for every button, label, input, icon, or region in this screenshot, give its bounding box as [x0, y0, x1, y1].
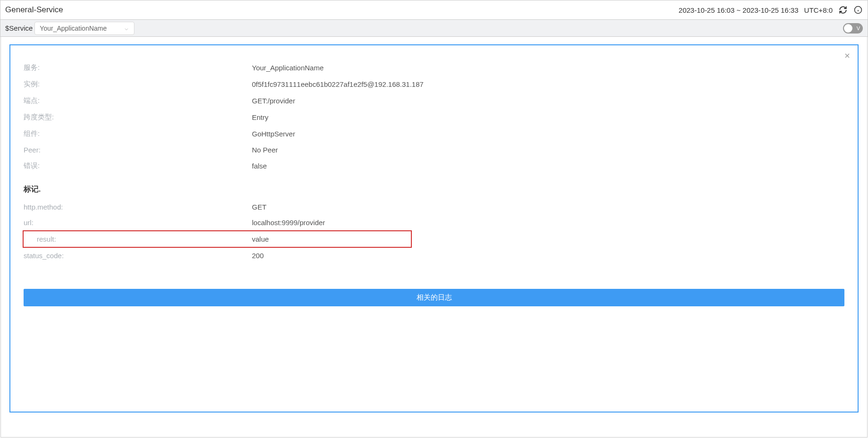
tag-value: value	[252, 235, 411, 243]
content-scroll-area[interactable]: 服务:Your_ApplicationName实例:0f5f1fc9731111…	[0, 37, 868, 438]
tag-value: localhost:9999/provider	[252, 219, 858, 227]
service-selector-group: $Service Your_ApplicationName	[5, 22, 134, 35]
detail-value: Entry	[252, 113, 858, 121]
info-icon[interactable]	[853, 5, 863, 15]
span-detail-panel: 服务:Your_ApplicationName实例:0f5f1fc9731111…	[9, 44, 859, 413]
tag-label: url:	[10, 219, 252, 227]
tag-row: status_code:200	[10, 248, 858, 263]
view-toggle-switch[interactable]: V	[843, 23, 863, 34]
tag-label: result:	[24, 235, 252, 243]
detail-row: Peer:No Peer	[10, 142, 858, 158]
detail-row: 端点:GET:/provider	[10, 93, 858, 109]
tag-row-highlighted: result:value	[23, 230, 412, 248]
detail-row: 跨度类型:Entry	[10, 109, 858, 126]
close-icon[interactable]	[843, 51, 852, 60]
detail-label: 服务:	[10, 63, 252, 72]
page-title: General-Service	[5, 5, 63, 15]
detail-row: 组件:GoHttpServer	[10, 126, 858, 142]
tags-section-header: 标记.	[10, 174, 858, 199]
service-dropdown[interactable]: Your_ApplicationName	[34, 22, 134, 35]
detail-label: 错误:	[10, 161, 252, 170]
detail-label: 实例:	[10, 80, 252, 89]
detail-value: Your_ApplicationName	[252, 64, 858, 72]
detail-row: 错误:false	[10, 158, 858, 174]
time-range-display[interactable]: 2023-10-25 16:03 ~ 2023-10-25 16:33	[679, 6, 799, 14]
tag-row: http.method:GET	[10, 199, 858, 215]
tag-label: http.method:	[10, 203, 252, 211]
service-var-label: $Service	[5, 24, 33, 32]
detail-value: false	[252, 162, 858, 170]
detail-value: GET:/provider	[252, 97, 858, 105]
chevron-down-icon	[124, 25, 129, 31]
tag-label: status_code:	[10, 252, 252, 260]
detail-label: Peer:	[10, 146, 252, 154]
service-dropdown-value: Your_ApplicationName	[40, 25, 107, 32]
toggle-knob	[844, 24, 852, 33]
related-logs-button[interactable]: 相关的日志	[24, 289, 844, 306]
refresh-icon[interactable]	[838, 5, 848, 15]
header-right-controls: 2023-10-25 16:03 ~ 2023-10-25 16:33 UTC+…	[679, 5, 863, 15]
header-top-bar: General-Service 2023-10-25 16:03 ~ 2023-…	[0, 0, 868, 20]
detail-value: GoHttpServer	[252, 130, 858, 138]
detail-row: 实例:0f5f1fc9731111eebc61b0227af1e2f5@192.…	[10, 76, 858, 93]
detail-label: 跨度类型:	[10, 113, 252, 122]
detail-value: 0f5f1fc9731111eebc61b0227af1e2f5@192.168…	[252, 80, 858, 88]
tag-value: 200	[252, 252, 858, 260]
timezone-label[interactable]: UTC+8:0	[804, 6, 833, 14]
detail-row: 服务:Your_ApplicationName	[10, 59, 858, 76]
tag-value: GET	[252, 203, 858, 211]
detail-label: 端点:	[10, 96, 252, 105]
detail-value: No Peer	[252, 146, 858, 154]
tag-row: url:localhost:9999/provider	[10, 215, 858, 230]
toggle-label: V	[857, 25, 860, 31]
header-sub-bar: $Service Your_ApplicationName V	[0, 20, 868, 37]
detail-label: 组件:	[10, 129, 252, 138]
